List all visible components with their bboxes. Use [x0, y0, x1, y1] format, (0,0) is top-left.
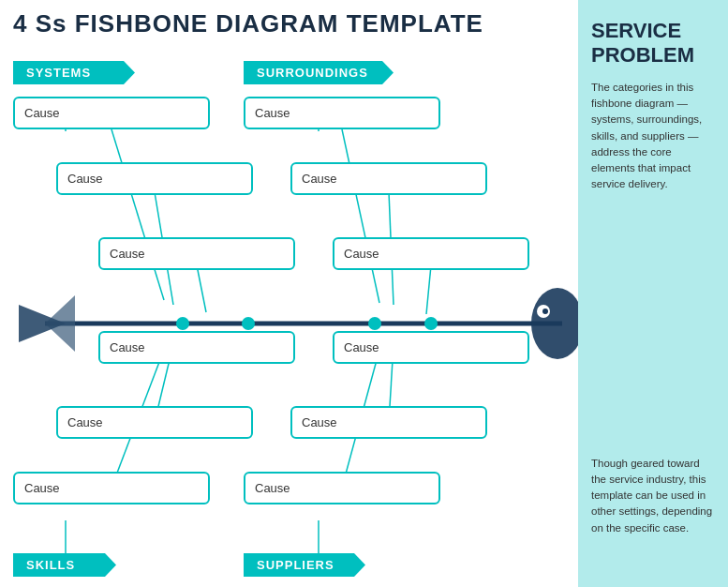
svg-point-4	[537, 305, 550, 318]
svg-point-9	[424, 317, 438, 330]
svg-line-10	[111, 129, 164, 300]
right-panel: SERVICE PROBLEM The categories in this f…	[578, 0, 728, 587]
svg-marker-2	[19, 305, 66, 342]
svg-point-3	[531, 288, 584, 359]
cause-box-R4[interactable]: Cause	[333, 331, 529, 364]
cause-box-L4[interactable]: Cause	[98, 331, 295, 364]
category-surroundings: SURROUNDINGS	[244, 61, 394, 84]
svg-marker-1	[45, 295, 75, 352]
fishbone-svg	[0, 52, 600, 587]
svg-line-12	[197, 265, 206, 312]
svg-point-6	[176, 317, 189, 330]
svg-line-18	[426, 265, 431, 314]
diagram-area: SYSTEMS SURROUNDINGS SKILLS SUPPLIERS Ca…	[0, 52, 581, 586]
cause-box-R5[interactable]: Cause	[290, 406, 487, 439]
service-title: SERVICE PROBLEM	[591, 19, 715, 68]
svg-point-5	[542, 309, 548, 314]
cause-box-L1[interactable]: Cause	[13, 97, 210, 129]
cause-box-R1[interactable]: Cause	[244, 97, 440, 129]
cause-box-R3[interactable]: Cause	[333, 237, 529, 270]
cause-box-L6[interactable]: Cause	[13, 472, 210, 504]
category-skills: SKILLS	[13, 553, 116, 577]
category-systems: SYSTEMS	[13, 61, 135, 84]
cause-box-R6[interactable]: Cause	[244, 472, 440, 504]
svg-point-7	[242, 317, 255, 330]
service-note: Though geared toward the service industr…	[591, 456, 715, 536]
cause-box-L2[interactable]: Cause	[56, 162, 253, 195]
service-description: The categories in this fishbone diagram …	[591, 80, 715, 193]
svg-point-8	[368, 317, 381, 330]
cause-box-R2[interactable]: Cause	[290, 162, 487, 195]
category-suppliers: SUPPLIERS	[244, 553, 365, 577]
svg-line-16	[342, 129, 379, 303]
cause-box-L3[interactable]: Cause	[98, 237, 295, 270]
cause-box-L5[interactable]: Cause	[56, 406, 253, 439]
